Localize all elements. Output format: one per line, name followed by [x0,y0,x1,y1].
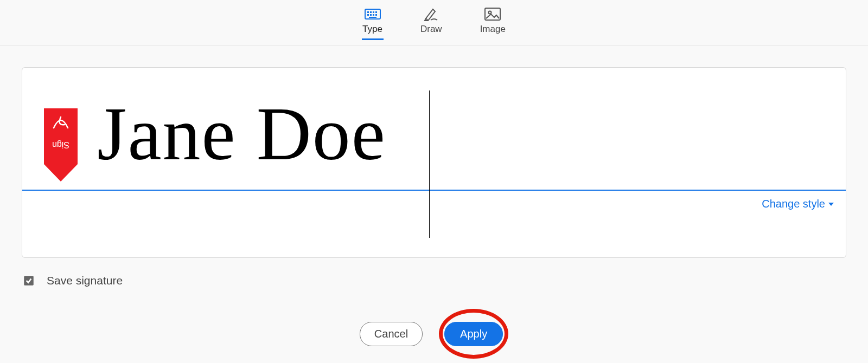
keyboard-icon [365,8,381,21]
tab-type-label: Type [362,24,382,35]
svg-point-11 [489,11,492,14]
signature-panel-wrapper: Sign Jane Doe Change style Save signatur… [0,46,868,359]
svg-rect-1 [367,11,369,13]
svg-rect-10 [485,8,500,20]
apply-button[interactable]: Apply [444,322,503,346]
pen-icon [423,8,439,21]
signature-text-input[interactable]: Jane Doe [97,73,386,195]
tab-image[interactable]: Image [480,8,506,40]
signature-panel: Sign Jane Doe Change style [22,67,846,258]
image-icon [484,8,501,21]
dialog-buttons: Cancel Apply [22,309,846,359]
change-style-button[interactable]: Change style [762,198,834,210]
chevron-down-icon [828,203,834,206]
tab-type[interactable]: Type [362,8,382,40]
svg-rect-4 [375,11,377,13]
svg-rect-6 [370,14,372,16]
save-signature-label: Save signature [47,274,123,287]
change-style-label: Change style [762,198,825,210]
svg-rect-8 [375,14,377,16]
tab-draw-label: Draw [420,24,442,35]
sign-here-badge: Sign [44,108,78,182]
svg-rect-9 [369,17,376,18]
text-caret [429,90,430,238]
svg-rect-7 [373,14,374,16]
save-signature-row: Save signature [22,258,846,287]
svg-rect-5 [367,14,369,16]
apply-highlight-annotation: Apply [439,309,508,359]
svg-rect-3 [373,11,374,13]
svg-text:Sign: Sign [52,140,69,150]
signature-method-tabs: Type Draw Image [0,0,868,46]
cancel-button[interactable]: Cancel [360,322,423,346]
tab-image-label: Image [480,24,506,35]
svg-rect-2 [370,11,372,13]
save-signature-checkbox[interactable] [24,276,34,286]
tab-draw[interactable]: Draw [420,8,442,40]
